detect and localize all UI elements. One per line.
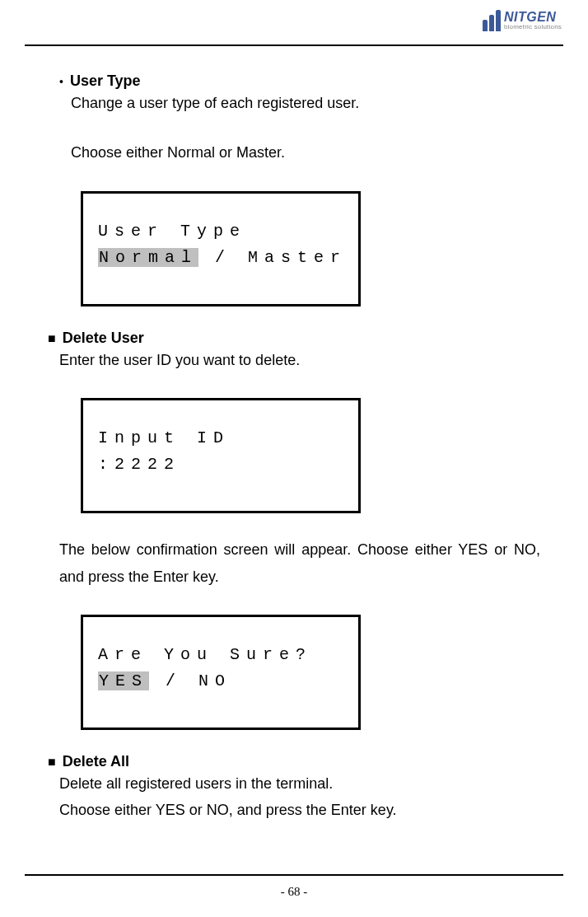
lcd-user-type: User Type Normal / Master — [81, 191, 361, 306]
bullet-square-icon: ■ — [48, 755, 56, 770]
user-type-desc1: Change a user type of each registered us… — [71, 90, 540, 116]
brand-name: NITGEN — [504, 11, 562, 24]
lcd-inputid-line2: :2222 — [98, 451, 343, 478]
user-type-desc2: Choose either Normal or Master. — [71, 139, 540, 166]
lcd-alt-master: Master — [248, 248, 347, 267]
lcd-alt-no: NO — [198, 671, 231, 690]
lcd-confirm: Are You Sure? YES / NO — [81, 615, 361, 730]
lcd-confirm-sep: / — [166, 671, 182, 690]
section-delete-user-heading: ■ Delete User — [48, 330, 540, 347]
delete-all-desc1: Delete all registered users in the termi… — [59, 770, 540, 797]
delete-user-confirm-desc: The below confirmation screen will appea… — [59, 536, 540, 590]
delete-all-desc2: Choose either YES or NO, and press the E… — [59, 797, 540, 823]
lcd-highlight-yes: YES — [98, 671, 149, 690]
logo-text: NITGEN biometric solutions — [504, 11, 562, 30]
lcd-confirm-line2: YES / NO — [98, 668, 343, 695]
lcd-sep: / — [215, 248, 231, 267]
section-user-type-heading: • User Type — [59, 73, 540, 90]
user-type-title: User Type — [70, 73, 141, 90]
delete-user-desc1: Enter the user ID you want to delete. — [59, 347, 540, 373]
lcd-input-id: Input ID :2222 — [81, 398, 361, 513]
page-content: • User Type Change a user type of each r… — [48, 73, 540, 824]
section-delete-all-heading: ■ Delete All — [48, 753, 540, 770]
lcd-confirm-line1: Are You Sure? — [98, 642, 343, 668]
top-divider — [25, 44, 563, 46]
brand-logo: NITGEN biometric solutions — [483, 10, 562, 31]
page-container: NITGEN biometric solutions • User Type C… — [0, 0, 588, 917]
lcd-line2: Normal / Master — [98, 245, 343, 271]
lcd-inputid-line1: Input ID — [98, 425, 343, 451]
delete-all-title: Delete All — [63, 753, 129, 770]
delete-user-title: Delete User — [63, 330, 144, 347]
lcd-line1: User Type — [98, 218, 343, 245]
bullet-square-icon: ■ — [48, 331, 56, 346]
logo-bars-icon — [483, 10, 501, 31]
bottom-divider — [25, 874, 563, 876]
brand-tagline: biometric solutions — [504, 24, 562, 30]
lcd-highlight-normal: Normal — [98, 248, 198, 267]
bullet-dot-icon: • — [59, 75, 63, 88]
page-number: - 68 - — [0, 885, 588, 899]
